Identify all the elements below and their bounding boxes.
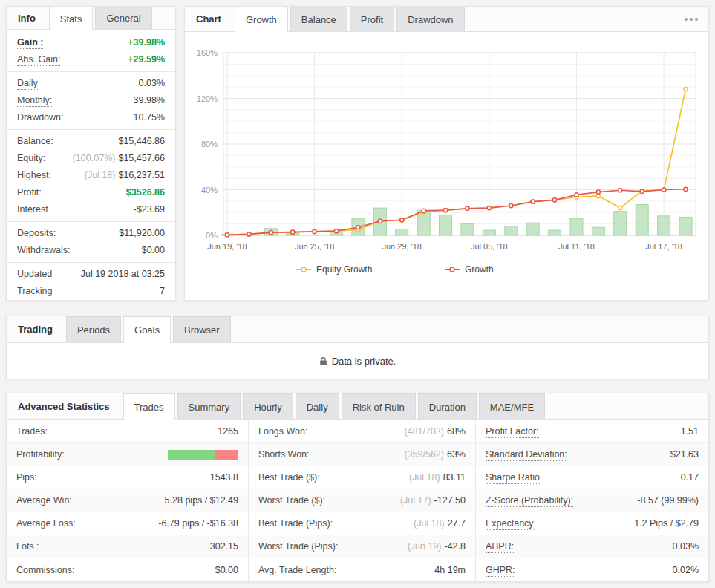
svg-text:40%: 40% <box>201 186 218 195</box>
svg-text:Jul 17, '18: Jul 17, '18 <box>645 242 682 251</box>
panel-title-chart: Chart <box>185 7 232 31</box>
stat-label: Commissions: <box>16 565 75 575</box>
profitability-loss-segment <box>215 450 238 460</box>
stat-value: (Jun 19)-42.8 <box>408 541 466 552</box>
stat-label: Longs Won: <box>258 426 307 437</box>
tab-growth[interactable]: Growth <box>235 7 288 32</box>
panel-title-trading: Trading <box>7 316 64 342</box>
stat-value: (359/562)63% <box>404 449 466 460</box>
svg-text:Equity Growth: Equity Growth <box>316 264 372 275</box>
stat-label: Balance: <box>17 136 53 146</box>
tab-browser[interactable]: Browser <box>173 316 231 342</box>
stat-row-longs-won: Longs Won:(481/703)68% <box>249 420 475 443</box>
info-panel-tabbar: InfoStatsGeneral <box>7 7 175 30</box>
svg-text:Jul 05, '18: Jul 05, '18 <box>471 242 508 251</box>
stat-value: -$23.69 <box>134 203 165 216</box>
tab-hourly[interactable]: Hourly <box>243 393 293 419</box>
stat-row-ahpr: AHPR:0.03% <box>476 535 708 558</box>
tab-daily[interactable]: Daily <box>296 393 339 419</box>
stat-value-prefix: (Jun 19) <box>408 541 442 552</box>
tab-mae-mfe[interactable]: MAE/MFE <box>479 393 545 419</box>
stat-row-daily: Daily0.03% <box>7 75 175 92</box>
stat-label: Profit Factor: <box>486 426 539 438</box>
tab-risk-of-ruin[interactable]: Risk of Ruin <box>342 393 416 419</box>
privacy-message: Data is private. <box>332 356 396 367</box>
stat-label: Sharpe Ratio <box>486 472 540 484</box>
stat-value-prefix: (481/703) <box>404 426 444 437</box>
tab-goals[interactable]: Goals <box>123 316 171 343</box>
privacy-panel-tabbar: TradingPeriodsGoalsBrowser <box>7 316 708 343</box>
tab-periods[interactable]: Periods <box>66 316 121 342</box>
growth-chart-svg: 0%40%80%120%160%Jun 19, '18Jun 25, '18Ju… <box>185 32 708 300</box>
stat-label: Standard Deviation: <box>486 449 567 461</box>
stat-value-prefix: (359/562) <box>404 449 444 460</box>
top-section: InfoStatsGeneral Gain :+39.98%Abs. Gain:… <box>6 6 709 301</box>
stat-label: Highest: <box>17 170 51 180</box>
stat-label: Average Loss: <box>16 518 76 529</box>
tab-balance[interactable]: Balance <box>290 7 347 31</box>
stat-label: Lots : <box>16 541 39 552</box>
stat-row-pips: Pips:1543.8 <box>7 466 248 489</box>
stat-row-drawdown: Drawdown:10.75% <box>7 109 175 126</box>
stat-label: Average Win: <box>16 495 72 506</box>
statistics-column-2: Longs Won:(481/703)68%Shorts Won:(359/56… <box>248 420 475 581</box>
section-divider <box>7 262 175 263</box>
stat-row-lots: Lots :302.15 <box>7 535 248 558</box>
stat-row-profit: Profit:$3526.86 <box>7 184 175 201</box>
stat-label: Profit: <box>17 187 42 197</box>
chart-legend[interactable]: Equity GrowthGrowth <box>296 264 494 275</box>
stat-row-profitability: Profitability: <box>7 443 248 466</box>
stat-row-monthly: Monthly:39.98% <box>7 92 175 109</box>
stat-label: Z-Score (Probability): <box>486 495 573 507</box>
stat-row-average-win: Average Win:5.28 pips / $12.49 <box>7 489 248 512</box>
stat-row-commissions: Commissions:$0.00 <box>7 558 248 581</box>
stat-label: Withdrawals: <box>17 245 71 255</box>
stat-label: Daily <box>17 78 38 90</box>
stat-value: +29.59% <box>128 53 165 66</box>
svg-text:Jun 25, '18: Jun 25, '18 <box>295 242 334 251</box>
tab-stats[interactable]: Stats <box>49 7 94 30</box>
stat-row-profit-factor: Profit Factor:1.51 <box>476 420 708 443</box>
stat-row-balance: Balance:$15,446.86 <box>7 133 175 150</box>
stat-row-tracking: Tracking7 <box>7 283 175 300</box>
stat-value: 0.17 <box>681 472 699 483</box>
stat-value: 1.51 <box>681 426 699 437</box>
stat-value: 0.03% <box>673 541 699 552</box>
stat-row-trades: Trades:1265 <box>7 420 248 443</box>
tab-duration[interactable]: Duration <box>418 393 477 419</box>
panel-title-advanced-statistics: Advanced Statistics <box>7 393 121 419</box>
stat-value: $11,920.00 <box>119 227 165 240</box>
stat-value: 4h 19m <box>434 565 466 575</box>
chart-panel-tabbar: ChartGrowthBalanceProfitDrawdown <box>185 7 708 32</box>
stat-value: 1265 <box>218 426 238 437</box>
stat-label: Shorts Won: <box>258 449 310 460</box>
stat-label: Avg. Trade Length: <box>258 565 336 575</box>
section-divider <box>7 221 175 222</box>
legend-item-growth[interactable]: Growth <box>445 264 494 275</box>
stat-value: -6.79 pips / -$16.38 <box>158 518 238 529</box>
stat-label: Pips: <box>16 472 37 483</box>
tab-drawdown[interactable]: Drawdown <box>396 7 464 31</box>
stat-value: (Jul 17)-127.50 <box>400 495 466 506</box>
tab-general[interactable]: General <box>95 7 151 29</box>
legend-item-equity-growth[interactable]: Equity Growth <box>296 264 372 275</box>
svg-text:Jul 11, '18: Jul 11, '18 <box>558 242 595 251</box>
profitability-bar <box>168 450 238 460</box>
stat-value: 5.28 pips / $12.49 <box>165 495 238 506</box>
stat-row-worst-trade-pips: Worst Trade (Pips):(Jun 19)-42.8 <box>249 535 475 558</box>
stat-row-shorts-won: Shorts Won:(359/562)63% <box>249 443 475 466</box>
stat-value-prefix: (Jul 17) <box>400 495 431 506</box>
privacy-body: Data is private. <box>7 343 708 379</box>
ellipsis-icon[interactable] <box>672 7 708 31</box>
stat-row-standard-deviation: Standard Deviation:$21.63 <box>476 443 708 466</box>
stat-label: Tracking <box>17 286 52 296</box>
tab-summary[interactable]: Summary <box>177 393 241 419</box>
tab-trades[interactable]: Trades <box>123 393 175 420</box>
stat-value: (481/703)68% <box>404 426 466 437</box>
tab-profit[interactable]: Profit <box>350 7 394 31</box>
stat-value-prefix: (Jul 18) <box>85 170 116 180</box>
stat-value: 10.75% <box>134 111 165 124</box>
info-panel-body: Gain :+39.98%Abs. Gain:+29.59%Daily0.03%… <box>7 30 175 300</box>
stat-value: (Jul 18)27.7 <box>414 518 466 529</box>
statistics-grid: Trades:1265Profitability:Pips:1543.8Aver… <box>7 420 708 581</box>
